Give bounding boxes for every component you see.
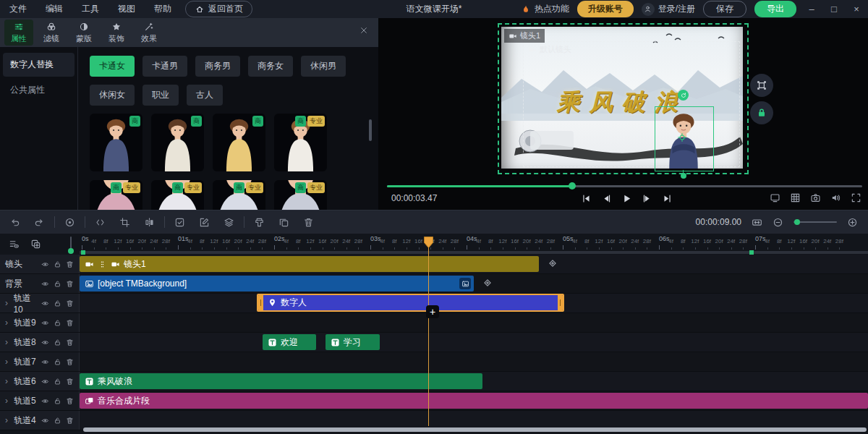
record-button[interactable] <box>64 217 75 228</box>
timeline-scrollbar[interactable] <box>83 427 867 432</box>
menubar-item[interactable]: 文件 <box>0 3 36 15</box>
category-chip[interactable]: 商务女 <box>248 56 293 77</box>
chevron-right-icon[interactable]: › <box>5 337 11 347</box>
flip-button[interactable] <box>144 217 155 228</box>
avatar-item[interactable]: 商专业 <box>274 114 327 171</box>
display-button[interactable] <box>770 192 780 203</box>
trim-handle-right[interactable] <box>558 295 563 310</box>
chevron-right-icon[interactable]: › <box>5 396 11 406</box>
timeline-clip[interactable]: 数字人 <box>257 294 564 312</box>
panel-tab-sliders[interactable]: 属性 <box>4 20 33 46</box>
close-button[interactable]: × <box>849 4 864 14</box>
track-lane[interactable] <box>80 352 868 371</box>
lock-tool-button[interactable] <box>750 101 773 124</box>
track-lock-button[interactable] <box>54 417 61 425</box>
step-forward-button[interactable] <box>639 191 654 205</box>
timeline-clip[interactable]: 乘风破浪 <box>80 373 482 389</box>
track-lock-button[interactable] <box>54 378 61 386</box>
menubar-item[interactable]: 编辑 <box>36 3 72 15</box>
track-header[interactable]: ›轨道7 <box>0 352 80 371</box>
timeline-zoom-slider[interactable] <box>793 221 837 223</box>
track-delete-button[interactable] <box>66 280 74 288</box>
track-lane[interactable]: 数字人+ <box>80 294 868 312</box>
playhead-handle[interactable] <box>423 236 434 249</box>
layers-button[interactable] <box>224 217 234 228</box>
menubar-item[interactable]: 帮助 <box>145 3 181 15</box>
hot-features-button[interactable]: 热点功能 <box>521 3 569 15</box>
track-lane[interactable]: 欢迎学习 <box>80 333 868 352</box>
track-visibility-button[interactable] <box>41 378 49 386</box>
track-lane[interactable]: 音乐合成片段 <box>80 391 868 410</box>
track-header[interactable]: 镜头 <box>0 255 80 273</box>
range-marker-start[interactable] <box>81 250 85 255</box>
timeline-clip[interactable]: 镜头1 <box>80 256 539 272</box>
maximize-button[interactable]: □ <box>827 4 841 14</box>
panel-tab-effects-wand[interactable]: 效果 <box>135 20 163 46</box>
track-lock-button[interactable] <box>54 260 61 268</box>
add-at-playhead-button[interactable]: + <box>426 305 439 318</box>
range-marker-end[interactable] <box>749 250 754 255</box>
panel-tab-filter[interactable]: 滤镜 <box>37 20 66 46</box>
track-visibility-button[interactable] <box>41 358 49 366</box>
track-height-handle[interactable] <box>68 248 74 254</box>
transform-tool-button[interactable] <box>750 74 773 97</box>
panel-scrollbar[interactable] <box>369 119 372 141</box>
volume-button[interactable] <box>830 192 841 203</box>
chevron-right-icon[interactable]: › <box>5 298 10 308</box>
track-header[interactable]: ›轨道8 <box>0 333 80 352</box>
avatar-item[interactable]: 商专业 <box>213 180 265 210</box>
avatar-item[interactable]: 商 <box>151 114 204 171</box>
track-delete-button[interactable] <box>66 397 74 405</box>
panel-tab-decor-star[interactable]: 装饰 <box>102 20 131 46</box>
track-delete-button[interactable] <box>66 378 74 386</box>
category-chip[interactable]: 职业 <box>142 85 179 106</box>
grid-button[interactable] <box>790 192 801 203</box>
menubar-item[interactable]: 视图 <box>109 3 145 15</box>
track-lane[interactable]: 镜头1 <box>80 255 868 273</box>
category-chip[interactable]: 古人 <box>187 85 223 106</box>
chevron-right-icon[interactable]: › <box>5 357 11 367</box>
track-header[interactable]: ›轨道10 <box>0 294 80 312</box>
frame-button[interactable] <box>95 217 106 228</box>
avatar-item[interactable]: 商专业 <box>151 180 204 210</box>
track-lane[interactable]: 乘风破浪 <box>80 372 868 391</box>
track-height-slider[interactable] <box>70 237 72 249</box>
track-delete-button[interactable] <box>66 358 74 366</box>
track-visibility-button[interactable] <box>41 397 49 405</box>
anchor-handle[interactable] <box>681 173 686 179</box>
track-lock-button[interactable] <box>54 319 61 327</box>
track-delete-button[interactable] <box>66 299 74 307</box>
trim-handle-left[interactable] <box>258 295 263 310</box>
category-chip[interactable]: 休闲男 <box>301 56 346 77</box>
panel-tab-mask[interactable]: 蒙版 <box>69 20 98 46</box>
track-visibility-button[interactable] <box>41 339 49 346</box>
undo-button[interactable] <box>9 217 20 228</box>
zoom-out-icon[interactable] <box>773 217 783 228</box>
track-header[interactable]: 背景 <box>0 274 80 293</box>
track-lock-button[interactable] <box>54 299 61 307</box>
track-delete-button[interactable] <box>66 260 74 268</box>
chevron-right-icon[interactable]: › <box>5 415 11 425</box>
timeline-clip[interactable]: 学习 <box>326 334 380 350</box>
paint-button[interactable] <box>254 217 265 228</box>
step-back-button[interactable] <box>599 191 613 205</box>
play-button[interactable] <box>619 191 634 205</box>
avatar-item[interactable]: 商专业 <box>90 180 142 210</box>
track-visibility-button[interactable] <box>41 299 49 307</box>
track-delete-button[interactable] <box>66 319 74 327</box>
minimize-button[interactable]: – <box>804 4 819 14</box>
category-chip[interactable]: 商务男 <box>195 56 240 77</box>
avatar-item[interactable]: 商 <box>90 114 142 171</box>
timeline-clip[interactable]: [object TMBackground] <box>80 276 474 292</box>
track-visibility-button[interactable] <box>41 260 49 268</box>
menubar-item[interactable]: 工具 <box>72 3 109 15</box>
timeline-clip[interactable]: 欢迎 <box>263 334 316 350</box>
chevron-right-icon[interactable]: › <box>5 376 11 386</box>
crop-button[interactable] <box>119 217 130 228</box>
track-visibility-button[interactable] <box>41 319 49 327</box>
add-keyframe-button[interactable] <box>482 278 494 289</box>
track-visibility-button[interactable] <box>41 280 49 288</box>
track-visibility-button[interactable] <box>41 417 49 425</box>
track-lane[interactable] <box>80 313 868 332</box>
track-lock-button[interactable] <box>54 339 61 346</box>
